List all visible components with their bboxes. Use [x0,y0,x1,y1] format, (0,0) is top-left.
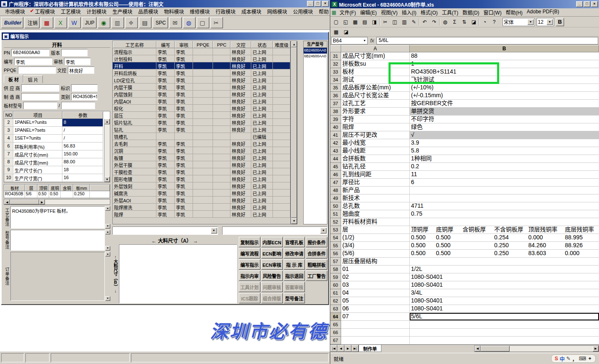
menu-item[interactable]: 生产模块 [109,7,135,16]
web-icon[interactable]: ◍ [183,17,196,28]
menu-item[interactable]: 维修模块 [186,7,212,16]
cell-a[interactable]: 07 [341,313,410,321]
process-row[interactable]: 去毛刺 李凯 李凯 林良好 已上网 [113,140,290,147]
cell-b[interactable]: 1080-S0401 [410,281,599,289]
tools-icon[interactable]: ❖ [125,17,138,28]
action-button[interactable]: 粗略拼板 [306,259,327,270]
parameter-row[interactable]: 2 1PANEL=?units 8 [4,119,110,127]
menu-item[interactable]: 数据(D) [460,8,482,17]
scrollbar-thumb[interactable] [480,346,510,352]
chevron-down-icon[interactable]: ▼ [527,19,534,25]
chevron-down-icon[interactable]: ▼ [320,228,327,234]
parameter-row[interactable]: 7 成品尺寸长(mm) 150.00 [4,150,110,158]
note-scrollbar[interactable]: ▲ ▼ [105,230,110,251]
process-row[interactable]: 板镀 李凯 李凯 林良好 已上网 [113,154,290,161]
row-header[interactable]: 56 [330,250,341,258]
row-header[interactable]: 40 [330,123,341,131]
cell-a[interactable]: 过孔工艺 [341,100,410,108]
cell-b[interactable]: 1080-S0401 [410,305,599,313]
row-header[interactable]: 60 [330,281,341,289]
help-icon[interactable]: ? [490,17,499,26]
action-button[interactable]: 修改申请 [284,248,305,258]
cell-a[interactable]: 总孔数 [341,202,410,210]
keyboard-icon[interactable]: ⌨ [579,356,586,362]
print-icon[interactable]: ▤ [360,17,369,26]
word-icon[interactable]: W [68,17,81,28]
action-button[interactable]: 编写指示 [239,259,260,270]
cell-b[interactable]: 1080-S0401 [410,273,599,281]
autosum-icon[interactable]: Σ [450,17,459,26]
chevron-down-icon[interactable]: ▼ [211,228,217,234]
cell-a[interactable]: 层压不可更改 [341,131,410,139]
cell-a[interactable]: 阻焊 [341,123,410,131]
fx-icon[interactable]: fx [369,38,376,44]
minimize-button[interactable]: _ [307,1,314,7]
menu-item[interactable]: 计划模块 [83,7,109,16]
process-row[interactable]: 层压 李凯 李凯 林良好 已上网 [113,112,290,119]
action-button[interactable]: 合拼条件 [306,248,327,258]
row-header[interactable]: 33 [330,68,341,76]
cell-a[interactable]: 钻孔孔径 [341,163,410,171]
cell-a[interactable]: 02 [341,273,410,281]
menu-item[interactable]: 物料模块 [161,7,186,16]
row-header[interactable]: 65 [330,321,341,329]
action-button[interactable]: ICS跟踪 [239,293,260,303]
sogou-icon[interactable]: S [555,356,558,362]
close-button[interactable]: × [591,1,598,7]
cell-b[interactable]: 4711 [410,202,599,210]
note-scrollbar[interactable]: ▲ ▼ [105,206,110,229]
copy-icon[interactable]: ◫ [390,17,399,26]
cell-a[interactable]: 成品板厚公差(mm) [341,84,410,92]
cell-a[interactable]: 06 [341,305,410,313]
process-row[interactable]: 外层AOI 李凯 李凯 林良好 已上网 [113,197,290,204]
process-row[interactable]: 内层AOI 李凯 李凯 林良好 已上网 [113,98,290,105]
action-button[interactable]: 编写流程 [239,248,260,258]
action-button[interactable]: 指示内审 [239,271,260,281]
parameter-row[interactable]: 6 拼板利用率(%) 56.83 [4,143,110,150]
cell-a[interactable]: (5/6) [341,250,410,258]
row-header[interactable]: 64 [330,313,341,321]
action-button[interactable]: ECN审核 [261,259,283,270]
chart-toolbar-icon[interactable]: ▦ [332,27,341,36]
chart-wizard-icon[interactable]: ◪ [469,17,478,26]
process-row[interactable]: 开料后烘板 李凯 李凯 林良好 已上网 [113,69,290,76]
cell-a[interactable]: 拼板数su [341,60,410,68]
row-header[interactable]: 66 [330,329,341,337]
cut-icon[interactable]: ✂ [381,17,390,26]
column-header[interactable]: A [341,45,410,52]
last-sheet-icon[interactable]: ▶| [351,345,359,352]
cell-a[interactable]: 新技术 [341,194,410,202]
globe-icon[interactable]: ◉ [98,17,110,28]
pen-icon[interactable]: ✎ [567,356,571,362]
process-row[interactable]: 沉铜 李凯 李凯 林良好 已上网 [113,147,290,154]
cell-b[interactable]: 3/4L [410,289,599,297]
process-row[interactable]: 开料 李凯 李凯 林良好 已上网 [113,62,290,69]
material-tab[interactable]: 板 材 [4,75,23,83]
cell-b[interactable] [410,337,599,344]
scroll-right-icon[interactable]: ▶ [593,346,599,352]
cell-b[interactable]: 1080-S0401 [410,297,599,305]
cell-a[interactable] [341,337,410,344]
cell-b[interactable]: 顶铜厚底铜厚含铜板厚不含铜板厚顶层残铜率底层残铜率 [410,226,599,234]
jup-button[interactable]: JUP [82,17,97,28]
excel-titlebar[interactable]: X Microsoft Excel - 6B24600AA0制作单.xls _ … [330,0,599,8]
cell-b[interactable]: 5/6L [410,313,599,321]
menu-item[interactable]: 帮助(H) [504,8,525,17]
cell-a[interactable]: 最小线宽 [341,139,410,147]
row-header[interactable]: 48 [330,187,341,194]
action-button[interactable]: 内部ECN [261,237,283,247]
row-header[interactable]: 55 [330,242,341,250]
cut-icon[interactable]: ✂ [210,17,223,28]
excel-icon[interactable]: X [54,17,67,28]
toolbar-icon[interactable] [439,18,440,26]
row-header[interactable]: 62 [330,297,341,305]
row-header[interactable]: 36 [330,92,341,100]
chevron-down-icon[interactable]: ▼ [363,39,366,42]
redo-icon[interactable]: ↷ [430,17,439,26]
app-titlebar[interactable]: ▣ 广州程序：深圳市必有德计算机软件技术有限公司——使用者：汪朝文 _ □ × [0,0,330,7]
cell-a[interactable]: 04 [341,289,410,297]
cell-a[interactable]: 合拼板数 [341,155,410,163]
type-field[interactable]: RO4350B+S11 [71,93,98,101]
action-button[interactable]: ECN影响 [261,248,283,258]
cell-b[interactable]: 0.2 [410,163,599,171]
